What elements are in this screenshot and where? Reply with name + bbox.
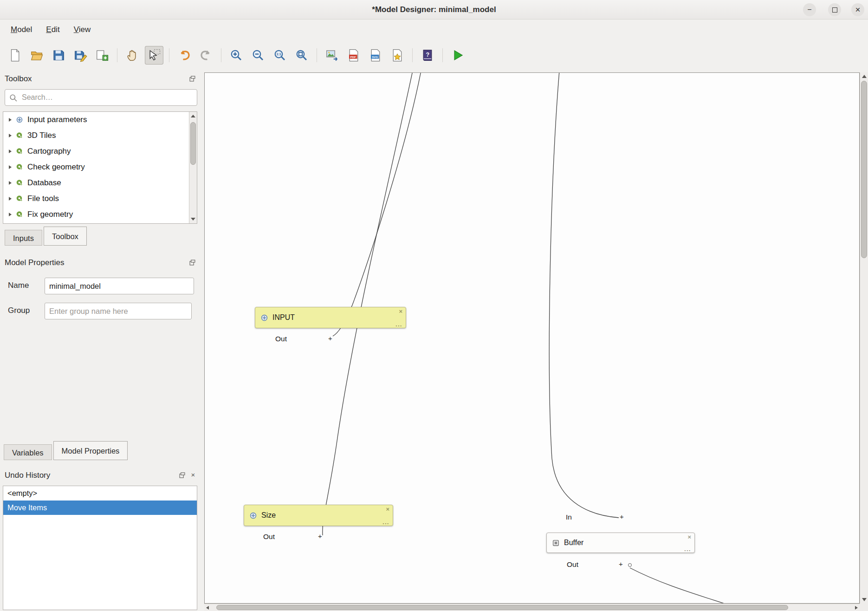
tree-item-check-geometry[interactable]: Check geometry (3, 159, 197, 175)
socket-plus-icon[interactable]: + (328, 334, 332, 342)
zoom-actual-button[interactable]: 1:1 (271, 46, 289, 65)
expand-triangle-icon[interactable] (9, 213, 12, 216)
expand-triangle-icon[interactable] (9, 165, 12, 169)
tab-toolbox[interactable]: Toolbox (44, 227, 87, 246)
undo-item-empty[interactable]: <empty> (3, 486, 197, 500)
undo-button[interactable] (175, 46, 194, 65)
zoom-actual-icon: 1:1 (273, 48, 287, 62)
expand-triangle-icon[interactable] (9, 181, 12, 185)
export-as-pdf-button[interactable]: PDF (344, 46, 363, 65)
node-title: Buffer (564, 539, 583, 547)
maximize-button[interactable] (828, 3, 841, 16)
save-model-button[interactable] (49, 46, 68, 65)
model-name-input[interactable] (45, 278, 194, 294)
tab-variables[interactable]: Variables (4, 444, 52, 460)
menu-model[interactable]: Model (4, 22, 39, 37)
export-as-image-button[interactable] (323, 46, 341, 65)
scrollbar-thumb[interactable] (190, 122, 196, 165)
toolbox-float-button[interactable] (188, 75, 196, 82)
tree-item-3d-tiles[interactable]: 3D Tiles (3, 128, 197, 143)
node-buffer[interactable]: Buffer × ••• (546, 533, 695, 553)
maximize-icon (832, 7, 837, 13)
scrollbar-thumb[interactable] (861, 81, 867, 258)
tree-item-input-parameters[interactable]: Input parameters (3, 112, 197, 128)
tab-model-properties[interactable]: Model Properties (53, 441, 128, 460)
pan-tool-button[interactable] (123, 46, 142, 65)
socket-plus-icon[interactable]: + (620, 513, 624, 520)
node-more-icon[interactable]: ••• (383, 521, 389, 526)
edit-model-help-button[interactable]: ? (418, 46, 437, 65)
new-model-button[interactable] (6, 46, 24, 65)
zoom-in-button[interactable] (227, 46, 246, 65)
tree-item-cartography[interactable]: Cartography (3, 143, 197, 159)
model-properties-float-button[interactable] (188, 259, 196, 266)
minimize-button[interactable]: − (803, 3, 816, 16)
node-input[interactable]: INPUT × ••• (255, 307, 406, 328)
undo-history-close-button[interactable]: × (189, 471, 197, 478)
expand-triangle-icon[interactable] (9, 197, 12, 201)
group-label: Group (8, 306, 30, 315)
node-size[interactable]: Size × ••• (244, 505, 393, 526)
export-python-icon (390, 48, 404, 62)
tree-item-label: Fix geometry (27, 210, 73, 219)
model-group-input[interactable] (45, 303, 192, 319)
tree-item-label: Database (27, 178, 61, 188)
zoom-out-button[interactable] (249, 46, 267, 65)
node-collapse-icon[interactable]: × (386, 506, 389, 513)
float-panel-icon (179, 472, 185, 478)
toolbox-search-box (5, 89, 197, 106)
node-collapse-icon[interactable]: × (399, 308, 402, 315)
toolbar-separator (117, 48, 117, 62)
export-as-svg-button[interactable]: SVG (366, 46, 385, 65)
canvas-horizontal-scrollbar[interactable] (204, 604, 860, 611)
select-tool-button[interactable] (145, 46, 163, 65)
menu-edit[interactable]: Edit (39, 22, 66, 37)
help-book-icon: ? (421, 48, 434, 62)
expand-triangle-icon[interactable] (9, 134, 12, 137)
float-panel-icon (189, 76, 195, 82)
socket-ring-icon[interactable] (628, 563, 632, 567)
scroll-up-icon[interactable] (862, 75, 867, 78)
node-more-icon[interactable]: ••• (685, 548, 691, 552)
node-more-icon[interactable]: ••• (396, 324, 402, 328)
open-model-button[interactable] (27, 46, 46, 65)
zoom-full-button[interactable] (292, 46, 311, 65)
scroll-right-icon[interactable] (855, 606, 858, 610)
scroll-down-icon[interactable] (191, 218, 195, 221)
run-model-button[interactable] (448, 46, 467, 65)
export-image-icon (325, 48, 339, 62)
name-label: Name (8, 281, 29, 290)
redo-button[interactable] (197, 46, 215, 65)
toolbox-tree: Input parameters 3D Tiles Cartography Ch… (3, 111, 197, 224)
scroll-left-icon[interactable] (206, 606, 209, 610)
scroll-up-icon[interactable] (191, 115, 195, 117)
tree-item-label: Input parameters (27, 115, 87, 124)
tree-item-fix-geometry[interactable]: Fix geometry (3, 207, 197, 222)
undo-history-float-button[interactable] (178, 471, 186, 479)
canvas-vertical-scrollbar[interactable] (860, 72, 868, 604)
model-properties-panel-title: Model Properties (5, 258, 65, 267)
socket-plus-icon[interactable]: + (619, 560, 623, 568)
expand-triangle-icon[interactable] (9, 118, 12, 122)
save-icon (52, 48, 65, 62)
menu-view[interactable]: View (67, 22, 98, 37)
search-input[interactable] (5, 90, 197, 105)
titlebar: *Model Designer: minimal_model − × (0, 0, 868, 20)
save-model-in-project-button[interactable] (93, 46, 111, 65)
expand-triangle-icon[interactable] (9, 150, 12, 153)
close-button[interactable]: × (851, 3, 864, 16)
socket-plus-icon[interactable]: + (318, 532, 322, 540)
model-canvas[interactable]: INPUT × ••• Out + Size × ••• Out + In + … (204, 72, 860, 604)
export-as-python-button[interactable] (388, 46, 407, 65)
scroll-down-icon[interactable] (862, 598, 867, 601)
tree-item-file-tools[interactable]: File tools (3, 191, 197, 207)
node-collapse-icon[interactable]: × (687, 533, 691, 540)
tab-inputs[interactable]: Inputs (5, 230, 42, 246)
save-model-as-button[interactable] (71, 46, 90, 65)
undo-item-move-items[interactable]: Move Items (3, 500, 197, 515)
tree-item-database[interactable]: Database (3, 175, 197, 191)
parameter-icon (260, 314, 268, 322)
socket-out-label: Out (263, 533, 275, 541)
scrollbar-thumb[interactable] (216, 605, 788, 610)
toolbox-tree-scrollbar[interactable] (189, 112, 197, 223)
